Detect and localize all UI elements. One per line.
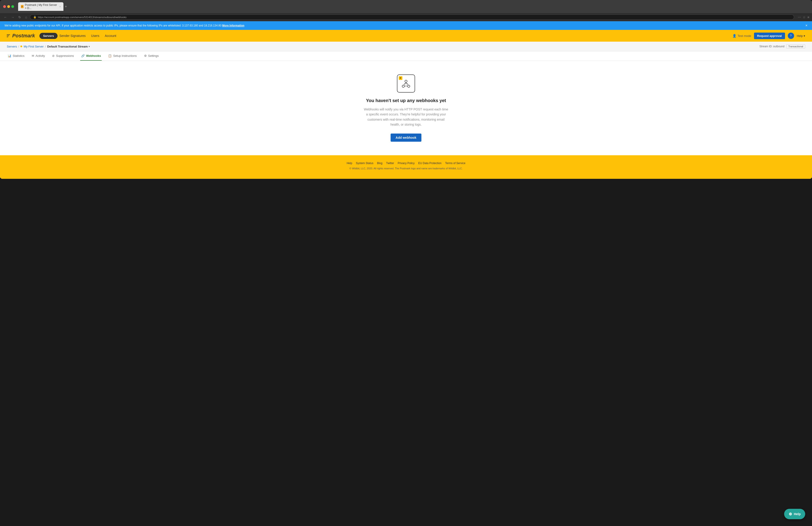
breadcrumb-section: Servers / My First Server / Default Tran… [0,42,812,51]
tab-statistics[interactable]: 📊 Statistics [7,51,25,61]
close-window-button[interactable] [3,5,6,8]
bookmark-icon[interactable]: ☆ [803,15,806,19]
address-input[interactable]: 🔒 https://account.postmarkapp.com/server… [30,14,794,20]
app-content: We're adding new public endpoints for ou… [0,21,812,179]
test-mode-icon: 👤 [733,34,736,37]
user-avatar[interactable]: ? [788,33,794,39]
tab-setup-instructions[interactable]: 📋 Setup Instructions [107,51,137,61]
footer-privacy-link[interactable]: Privacy Policy [397,162,415,165]
help-menu-button[interactable]: Help ▾ [797,34,805,37]
home-button[interactable]: ⌂ [24,15,28,19]
nav-right-section: 👤 Test mode Request approval ? Help ▾ [733,33,805,39]
logo-text: Postmark [12,33,35,39]
stream-dropdown-arrow: ▾ [89,45,90,48]
postmark-logo: Postmark [7,33,35,39]
webhook-empty-icon: F [397,74,415,93]
svg-point-4 [406,83,407,84]
info-banner: We're adding new public endpoints for ou… [0,21,812,30]
tab-activity[interactable]: ✉ Activity [31,51,46,61]
servers-nav-button[interactable]: Servers [40,33,58,39]
request-approval-button[interactable]: Request approval [754,33,785,39]
breadcrumb-current-stream[interactable]: Default Transactional Stream ▾ [47,45,90,48]
logo-lines-icon [7,34,10,37]
activity-icon: ✉ [32,54,34,58]
tab-suppressions-label: Suppressions [56,54,74,58]
main-content-area: F You haven't set up any webhooks yet We… [0,61,812,155]
tab-statistics-label: Statistics [13,54,25,58]
statistics-icon: 📊 [8,54,11,58]
footer-terms-link[interactable]: Terms of Service [445,162,465,165]
server-status-dot [20,45,22,47]
footer-copyright: © Wildbit, LLC, 2020. All rights reserve… [4,167,808,170]
svg-point-3 [405,83,406,84]
browser-titlebar: P Postmark | My First Server > D... × + [0,0,812,13]
tab-webhooks-label: Webhooks [86,54,101,58]
tab-close-button[interactable]: × [59,5,61,8]
svg-point-2 [408,85,410,87]
traffic-lights [3,5,14,8]
test-mode-indicator: 👤 Test mode [733,34,751,37]
banner-link[interactable]: More Information [222,24,245,27]
tab-webhooks[interactable]: 🔗 Webhooks [80,51,102,61]
svg-point-0 [405,80,407,82]
refresh-button[interactable]: ↻ [17,15,22,19]
main-nav-links: Sender Signatures Users Account [59,34,116,37]
stream-type-badge: Transactional [786,44,805,48]
tab-setup-label: Setup Instructions [113,54,136,58]
setup-icon: 📋 [108,54,112,58]
nav-users[interactable]: Users [91,34,100,37]
tab-favicon: P [21,5,24,8]
breadcrumb-separator-1: / [18,45,19,48]
footer-twitter-link[interactable]: Twitter [386,162,394,165]
new-tab-button[interactable]: + [65,4,67,9]
empty-state-description: Webhooks will notify you via HTTP POST r… [363,107,449,127]
tab-navigation: 📊 Statistics ✉ Activity ⊘ Suppressions 🔗… [0,51,812,61]
footer-links: Help System Status Blog Twitter Privacy … [4,162,808,165]
extensions-icon[interactable]: ⋯ [798,15,801,19]
suppressions-icon: ⊘ [52,54,55,58]
test-mode-label: Test mode [738,34,751,37]
footer-status-link[interactable]: System Status [356,162,373,165]
minimize-window-button[interactable] [7,5,10,8]
footer: Help System Status Blog Twitter Privacy … [0,155,812,179]
svg-point-1 [402,85,404,87]
breadcrumb-server-link[interactable]: My First Server [20,45,44,48]
browser-window: P Postmark | My First Server > D... × + … [0,0,812,179]
stream-info: Stream ID: outbound Transactional [759,44,805,48]
breadcrumb-separator-2: / [45,45,46,48]
address-url: https://account.postmarkapp.com/servers/… [38,16,127,18]
webhooks-icon: 🔗 [81,54,85,58]
breadcrumb-stream-name: Default Transactional Stream [47,45,88,48]
stream-id-label: Stream ID: outbound [759,45,785,48]
empty-state-title: You haven't set up any webhooks yet [366,98,446,103]
add-webhook-button[interactable]: Add webhook [391,134,421,142]
forward-button[interactable]: → [10,15,15,19]
tab-activity-label: Activity [35,54,45,58]
breadcrumb: Servers / My First Server / Default Tran… [7,45,90,48]
footer-blog-link[interactable]: Blog [377,162,382,165]
banner-text: We're adding new public endpoints for ou… [4,24,221,27]
corner-badge: F [399,76,402,80]
settings-icon: ⚙ [144,54,147,58]
tab-suppressions[interactable]: ⊘ Suppressions [51,51,75,61]
back-button[interactable]: ← [3,15,8,19]
browser-toolbar-icons: ⋯ ☆ ≡ [798,15,809,19]
nav-sender-signatures[interactable]: Sender Signatures [59,34,86,37]
maximize-window-button[interactable] [11,5,14,8]
menu-icon[interactable]: ≡ [808,15,809,19]
tab-settings[interactable]: ⚙ Settings [143,51,160,61]
tab-title: Postmark | My First Server > D... [25,3,58,10]
breadcrumb-servers-link[interactable]: Servers [7,45,17,48]
breadcrumb-server-name: My First Server [24,45,44,48]
top-navigation: Postmark Servers Sender Signatures Users… [0,30,812,42]
tab-bar: P Postmark | My First Server > D... × + [18,2,809,11]
footer-eu-link[interactable]: EU Data Protection [418,162,441,165]
footer-help-link[interactable]: Help [347,162,352,165]
banner-close-button[interactable]: × [806,24,808,28]
active-tab[interactable]: P Postmark | My First Server > D... × [18,2,63,11]
tab-settings-label: Settings [148,54,159,58]
nav-account[interactable]: Account [105,34,116,37]
address-bar: ← → ↻ ⌂ 🔒 https://account.postmarkapp.co… [0,13,812,21]
